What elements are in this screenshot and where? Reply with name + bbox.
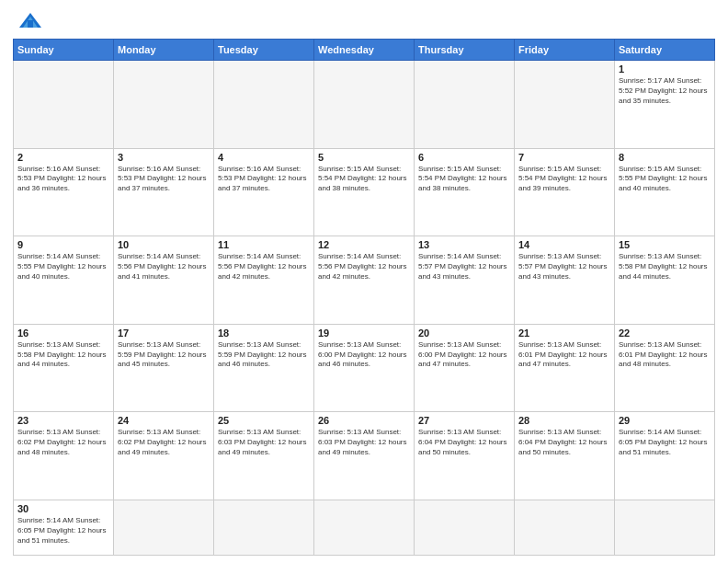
calendar-cell	[615, 500, 715, 556]
calendar-cell: 15Sunrise: 5:13 AM Sunset: 5:58 PM Dayli…	[615, 236, 715, 325]
day-number: 19	[318, 327, 410, 339]
day-number: 21	[518, 327, 610, 339]
day-info: Sunrise: 5:13 AM Sunset: 6:02 PM Dayligh…	[17, 428, 109, 457]
calendar-cell: 7Sunrise: 5:15 AM Sunset: 5:54 PM Daylig…	[515, 148, 615, 236]
calendar-cell: 29Sunrise: 5:14 AM Sunset: 6:05 PM Dayli…	[615, 412, 715, 500]
day-info: Sunrise: 5:16 AM Sunset: 5:53 PM Dayligh…	[118, 165, 210, 194]
calendar-cell: 4Sunrise: 5:16 AM Sunset: 5:53 PM Daylig…	[214, 148, 314, 236]
logo-area	[13, 11, 45, 31]
calendar-cell: 2Sunrise: 5:16 AM Sunset: 5:53 PM Daylig…	[14, 148, 114, 236]
calendar-cell: 11Sunrise: 5:14 AM Sunset: 5:56 PM Dayli…	[214, 236, 314, 325]
week-row-3: 9Sunrise: 5:14 AM Sunset: 5:55 PM Daylig…	[14, 236, 715, 325]
day-info: Sunrise: 5:14 AM Sunset: 5:56 PM Dayligh…	[318, 252, 410, 282]
day-info: Sunrise: 5:14 AM Sunset: 6:05 PM Dayligh…	[17, 516, 109, 546]
calendar-cell: 22Sunrise: 5:13 AM Sunset: 6:01 PM Dayli…	[615, 324, 715, 412]
weekday-monday: Monday	[114, 40, 214, 61]
day-number: 2	[17, 152, 109, 163]
calendar-cell: 5Sunrise: 5:15 AM Sunset: 5:54 PM Daylig…	[314, 148, 415, 236]
day-number: 5	[318, 152, 410, 163]
day-info: Sunrise: 5:13 AM Sunset: 5:59 PM Dayligh…	[118, 340, 210, 370]
calendar-cell: 30Sunrise: 5:14 AM Sunset: 6:05 PM Dayli…	[14, 500, 114, 556]
calendar-cell: 23Sunrise: 5:13 AM Sunset: 6:02 PM Dayli…	[14, 412, 114, 500]
weekday-saturday: Saturday	[615, 40, 715, 61]
weekday-tuesday: Tuesday	[214, 40, 314, 61]
day-number: 8	[619, 152, 711, 163]
calendar-cell: 3Sunrise: 5:16 AM Sunset: 5:53 PM Daylig…	[114, 148, 214, 236]
day-number: 4	[218, 152, 310, 163]
day-info: Sunrise: 5:13 AM Sunset: 6:01 PM Dayligh…	[518, 340, 610, 370]
day-info: Sunrise: 5:14 AM Sunset: 5:55 PM Dayligh…	[17, 252, 109, 282]
calendar-cell	[14, 61, 114, 149]
day-info: Sunrise: 5:13 AM Sunset: 5:58 PM Dayligh…	[17, 340, 109, 370]
day-number: 16	[17, 327, 109, 339]
weekday-sunday: Sunday	[14, 40, 114, 61]
day-info: Sunrise: 5:15 AM Sunset: 5:55 PM Dayligh…	[619, 165, 711, 194]
logo-icon	[17, 11, 43, 31]
header	[13, 11, 715, 31]
day-info: Sunrise: 5:16 AM Sunset: 5:53 PM Dayligh…	[17, 165, 109, 194]
day-number: 13	[418, 239, 510, 250]
day-info: Sunrise: 5:17 AM Sunset: 5:52 PM Dayligh…	[619, 76, 711, 106]
calendar-cell: 16Sunrise: 5:13 AM Sunset: 5:58 PM Dayli…	[14, 324, 114, 412]
day-info: Sunrise: 5:15 AM Sunset: 5:54 PM Dayligh…	[318, 165, 410, 194]
day-number: 26	[318, 415, 410, 426]
calendar-cell: 14Sunrise: 5:13 AM Sunset: 5:57 PM Dayli…	[515, 236, 615, 325]
day-info: Sunrise: 5:13 AM Sunset: 6:04 PM Dayligh…	[518, 428, 610, 457]
calendar-cell	[214, 500, 314, 556]
calendar-cell	[214, 61, 314, 149]
week-row-4: 16Sunrise: 5:13 AM Sunset: 5:58 PM Dayli…	[14, 324, 715, 412]
logo	[13, 11, 45, 31]
day-info: Sunrise: 5:14 AM Sunset: 5:56 PM Dayligh…	[218, 252, 310, 282]
calendar-cell: 24Sunrise: 5:13 AM Sunset: 6:02 PM Dayli…	[114, 412, 214, 500]
day-info: Sunrise: 5:13 AM Sunset: 6:01 PM Dayligh…	[619, 340, 711, 370]
calendar-cell	[114, 61, 214, 149]
calendar: SundayMondayTuesdayWednesdayThursdayFrid…	[13, 39, 715, 556]
day-number: 23	[17, 415, 109, 426]
day-number: 11	[218, 239, 310, 250]
calendar-cell: 25Sunrise: 5:13 AM Sunset: 6:03 PM Dayli…	[214, 412, 314, 500]
day-number: 1	[619, 63, 711, 75]
day-number: 7	[518, 152, 610, 163]
calendar-cell	[515, 61, 615, 149]
calendar-cell: 18Sunrise: 5:13 AM Sunset: 5:59 PM Dayli…	[214, 324, 314, 412]
day-number: 17	[118, 327, 210, 339]
calendar-cell	[415, 61, 515, 149]
calendar-cell: 19Sunrise: 5:13 AM Sunset: 6:00 PM Dayli…	[314, 324, 415, 412]
day-number: 10	[118, 239, 210, 250]
day-info: Sunrise: 5:13 AM Sunset: 6:00 PM Dayligh…	[418, 340, 510, 370]
day-info: Sunrise: 5:15 AM Sunset: 5:54 PM Dayligh…	[418, 165, 510, 194]
calendar-cell: 12Sunrise: 5:14 AM Sunset: 5:56 PM Dayli…	[314, 236, 415, 325]
svg-rect-2	[28, 20, 33, 28]
calendar-cell: 26Sunrise: 5:13 AM Sunset: 6:03 PM Dayli…	[314, 412, 415, 500]
week-row-2: 2Sunrise: 5:16 AM Sunset: 5:53 PM Daylig…	[14, 148, 715, 236]
day-info: Sunrise: 5:16 AM Sunset: 5:53 PM Dayligh…	[218, 165, 310, 194]
calendar-cell	[314, 61, 415, 149]
weekday-thursday: Thursday	[415, 40, 515, 61]
day-info: Sunrise: 5:13 AM Sunset: 5:58 PM Dayligh…	[619, 252, 711, 282]
day-info: Sunrise: 5:13 AM Sunset: 6:00 PM Dayligh…	[318, 340, 410, 370]
day-number: 15	[619, 239, 711, 250]
day-info: Sunrise: 5:13 AM Sunset: 6:02 PM Dayligh…	[118, 428, 210, 457]
weekday-wednesday: Wednesday	[314, 40, 415, 61]
week-row-5: 23Sunrise: 5:13 AM Sunset: 6:02 PM Dayli…	[14, 412, 715, 500]
day-number: 29	[619, 415, 711, 426]
week-row-6: 30Sunrise: 5:14 AM Sunset: 6:05 PM Dayli…	[14, 500, 715, 556]
page: SundayMondayTuesdayWednesdayThursdayFrid…	[0, 0, 728, 563]
calendar-cell: 28Sunrise: 5:13 AM Sunset: 6:04 PM Dayli…	[515, 412, 615, 500]
calendar-cell: 27Sunrise: 5:13 AM Sunset: 6:04 PM Dayli…	[415, 412, 515, 500]
day-number: 28	[518, 415, 610, 426]
day-number: 20	[418, 327, 510, 339]
day-number: 18	[218, 327, 310, 339]
day-number: 27	[418, 415, 510, 426]
calendar-cell	[415, 500, 515, 556]
day-number: 12	[318, 239, 410, 250]
day-info: Sunrise: 5:13 AM Sunset: 6:03 PM Dayligh…	[218, 428, 310, 457]
day-number: 9	[17, 239, 109, 250]
calendar-cell: 6Sunrise: 5:15 AM Sunset: 5:54 PM Daylig…	[415, 148, 515, 236]
day-number: 3	[118, 152, 210, 163]
weekday-friday: Friday	[515, 40, 615, 61]
day-number: 6	[418, 152, 510, 163]
day-info: Sunrise: 5:13 AM Sunset: 6:04 PM Dayligh…	[418, 428, 510, 457]
day-number: 14	[518, 239, 610, 250]
day-info: Sunrise: 5:15 AM Sunset: 5:54 PM Dayligh…	[518, 165, 610, 194]
